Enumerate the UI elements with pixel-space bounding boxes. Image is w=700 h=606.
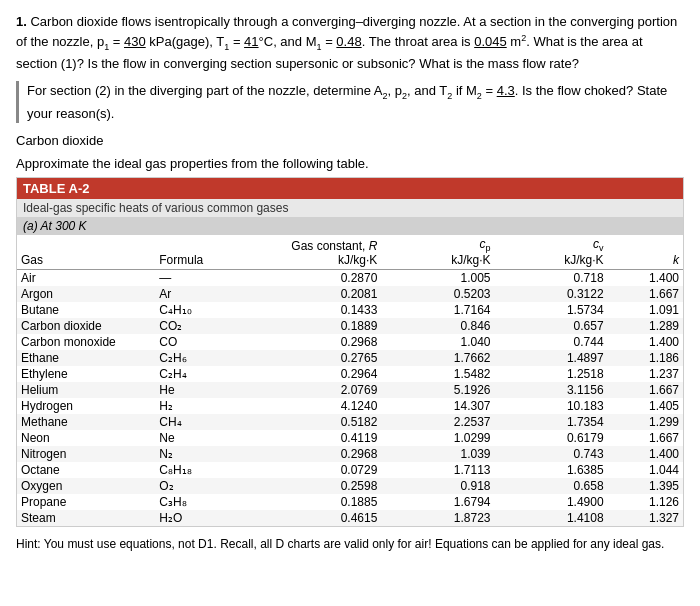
cell-cp: 14.307: [381, 398, 494, 414]
table-row: Octane C₈H₁₈ 0.0729 1.7113 1.6385 1.044: [17, 462, 683, 478]
cell-formula: C₃H₈: [155, 494, 256, 510]
cell-k: 1.289: [608, 318, 683, 334]
table-row: Neon Ne 0.4119 1.0299 0.6179 1.667: [17, 430, 683, 446]
table-row: Nitrogen N₂ 0.2968 1.039 0.743 1.400: [17, 446, 683, 462]
problem-main: 1. Carbon dioxide flows isentropically t…: [16, 12, 684, 73]
cell-r: 0.2870: [256, 270, 382, 287]
cell-cv: 0.6179: [494, 430, 607, 446]
cell-cp: 1.005: [381, 270, 494, 287]
cell-cv: 1.6385: [494, 462, 607, 478]
cell-r: 0.5182: [256, 414, 382, 430]
cell-k: 1.405: [608, 398, 683, 414]
cell-gas: Carbon monoxide: [17, 334, 155, 350]
cell-r: 0.2081: [256, 286, 382, 302]
cell-k: 1.044: [608, 462, 683, 478]
cell-formula: N₂: [155, 446, 256, 462]
gas-label: Carbon dioxide: [16, 133, 684, 148]
cell-cv: 3.1156: [494, 382, 607, 398]
cell-gas: Air: [17, 270, 155, 287]
cell-gas: Propane: [17, 494, 155, 510]
cell-cv: 10.183: [494, 398, 607, 414]
hint-text: Hint: You must use equations, not D1. Re…: [16, 535, 684, 553]
cell-r: 0.2968: [256, 446, 382, 462]
cell-gas: Argon: [17, 286, 155, 302]
approx-label: Approximate the ideal gas properties fro…: [16, 156, 684, 171]
cell-r: 0.4119: [256, 430, 382, 446]
cell-cp: 2.2537: [381, 414, 494, 430]
cell-cv: 0.658: [494, 478, 607, 494]
cell-formula: O₂: [155, 478, 256, 494]
cell-gas: Neon: [17, 430, 155, 446]
cell-cv: 0.3122: [494, 286, 607, 302]
cell-cv: 0.744: [494, 334, 607, 350]
table-row: Propane C₃H₈ 0.1885 1.6794 1.4900 1.126: [17, 494, 683, 510]
table-row: Helium He 2.0769 5.1926 3.1156 1.667: [17, 382, 683, 398]
table-subtitle: Ideal-gas specific heats of various comm…: [17, 199, 683, 217]
cell-k: 1.400: [608, 446, 683, 462]
col-header-gas: Gas: [17, 235, 155, 270]
table-body: Air — 0.2870 1.005 0.718 1.400 Argon Ar …: [17, 270, 683, 527]
cell-cp: 0.5203: [381, 286, 494, 302]
cell-r: 0.2968: [256, 334, 382, 350]
cell-k: 1.400: [608, 270, 683, 287]
cell-r: 0.0729: [256, 462, 382, 478]
table-title: TABLE A-2: [17, 178, 683, 199]
cell-r: 0.1433: [256, 302, 382, 318]
cell-cv: 1.4108: [494, 510, 607, 526]
cell-k: 1.186: [608, 350, 683, 366]
cell-gas: Oxygen: [17, 478, 155, 494]
table-row: Steam H₂O 0.4615 1.8723 1.4108 1.327: [17, 510, 683, 526]
table-row: Carbon monoxide CO 0.2968 1.040 0.744 1.…: [17, 334, 683, 350]
cell-cv: 1.7354: [494, 414, 607, 430]
table-header-row: Gas Formula Gas constant, RkJ/kg·K cpkJ/…: [17, 235, 683, 270]
cell-cv: 0.743: [494, 446, 607, 462]
cell-k: 1.327: [608, 510, 683, 526]
cell-k: 1.400: [608, 334, 683, 350]
cell-formula: C₂H₆: [155, 350, 256, 366]
cell-r: 0.2765: [256, 350, 382, 366]
cell-formula: CO: [155, 334, 256, 350]
cell-cp: 1.8723: [381, 510, 494, 526]
cell-formula: —: [155, 270, 256, 287]
cell-formula: Ne: [155, 430, 256, 446]
col-header-k: k: [608, 235, 683, 270]
cell-formula: H₂: [155, 398, 256, 414]
problem-container: 1. Carbon dioxide flows isentropically t…: [16, 12, 684, 553]
cell-cv: 0.657: [494, 318, 607, 334]
cell-cp: 1.5482: [381, 366, 494, 382]
table-row: Butane C₄H₁₀ 0.1433 1.7164 1.5734 1.091: [17, 302, 683, 318]
cell-cv: 1.2518: [494, 366, 607, 382]
cell-gas: Ethylene: [17, 366, 155, 382]
table-row: Methane CH₄ 0.5182 2.2537 1.7354 1.299: [17, 414, 683, 430]
cell-gas: Helium: [17, 382, 155, 398]
cell-formula: H₂O: [155, 510, 256, 526]
cell-cv: 1.4897: [494, 350, 607, 366]
cell-cv: 1.4900: [494, 494, 607, 510]
cell-formula: He: [155, 382, 256, 398]
cell-gas: Methane: [17, 414, 155, 430]
cell-cp: 1.7113: [381, 462, 494, 478]
table-row: Air — 0.2870 1.005 0.718 1.400: [17, 270, 683, 287]
cell-cv: 1.5734: [494, 302, 607, 318]
cell-cp: 0.918: [381, 478, 494, 494]
cell-gas: Nitrogen: [17, 446, 155, 462]
cell-k: 1.299: [608, 414, 683, 430]
cell-cp: 1.6794: [381, 494, 494, 510]
cell-cp: 1.039: [381, 446, 494, 462]
cell-r: 0.2964: [256, 366, 382, 382]
cell-formula: CO₂: [155, 318, 256, 334]
cell-r: 4.1240: [256, 398, 382, 414]
col-header-cp: cpkJ/kg·K: [381, 235, 494, 270]
cell-gas: Octane: [17, 462, 155, 478]
cell-gas: Ethane: [17, 350, 155, 366]
cell-r: 0.2598: [256, 478, 382, 494]
table-row: Ethylene C₂H₄ 0.2964 1.5482 1.2518 1.237: [17, 366, 683, 382]
cell-cp: 1.0299: [381, 430, 494, 446]
table-row: Argon Ar 0.2081 0.5203 0.3122 1.667: [17, 286, 683, 302]
cell-cp: 0.846: [381, 318, 494, 334]
cell-k: 1.667: [608, 382, 683, 398]
col-header-cv: cvkJ/kg·K: [494, 235, 607, 270]
cell-cp: 1.040: [381, 334, 494, 350]
gas-properties-table: Gas Formula Gas constant, RkJ/kg·K cpkJ/…: [17, 235, 683, 526]
cell-gas: Butane: [17, 302, 155, 318]
